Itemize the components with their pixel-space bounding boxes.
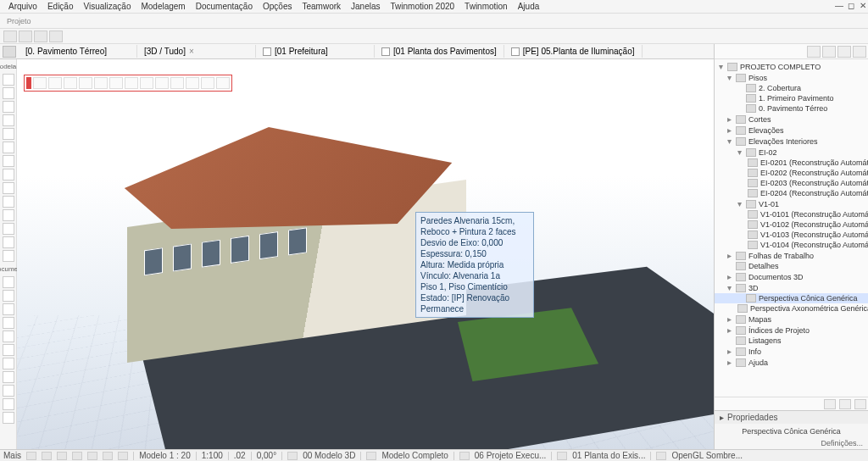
status-item[interactable]: OpenGL Sombre... <box>671 451 743 460</box>
twisty-icon[interactable]: ▸ <box>725 347 733 356</box>
status-icon[interactable] <box>459 452 470 460</box>
nav-tab-icon[interactable] <box>807 46 821 58</box>
tool-icon[interactable] <box>3 87 14 99</box>
status-icon[interactable] <box>557 452 567 460</box>
status-icon[interactable] <box>287 452 298 460</box>
tool-icon[interactable] <box>3 250 14 262</box>
menu-item[interactable]: Teamwork <box>297 2 346 11</box>
twisty-icon[interactable]: ▸ <box>725 314 733 324</box>
tool-icon[interactable] <box>3 398 14 410</box>
tree-item[interactable]: Perspectiva Cônica Genérica <box>715 293 868 303</box>
tool-icon[interactable] <box>79 77 92 89</box>
footer-icon[interactable] <box>839 399 851 409</box>
project-tree[interactable]: ▾PROJETO COMPLETO▾Pisos2. Cobertura1. Pr… <box>715 59 868 397</box>
status-item[interactable]: 00 Modelo 3D <box>303 451 355 460</box>
tool-icon[interactable] <box>3 74 14 86</box>
tool-icon[interactable] <box>33 77 47 89</box>
status-item[interactable]: Modelo Completo <box>381 451 448 460</box>
tree-item[interactable]: ▸Índices de Projeto <box>715 325 868 336</box>
tool-icon[interactable] <box>3 101 14 113</box>
twisty-icon[interactable]: ▸ <box>725 358 733 367</box>
status-left[interactable]: Mais <box>3 451 21 460</box>
tool-icon[interactable] <box>3 330 14 342</box>
tree-item[interactable]: EI-0203 (Reconstrução Automática do Mode… <box>715 178 868 188</box>
3d-viewport[interactable]: Paredes Alvenaria 15cm, Reboco + Pintura… <box>17 59 714 449</box>
status-angle[interactable]: 0,00° <box>257 451 276 460</box>
tool-icon[interactable] <box>3 155 14 167</box>
tool-icon[interactable] <box>3 385 14 397</box>
tab[interactable]: [PE] 05.Planta de Iluminação] <box>504 45 643 58</box>
tree-item[interactable]: ▾EI-02 <box>715 147 868 158</box>
tool-icon[interactable] <box>64 77 77 89</box>
status-item[interactable]: 01 Planta do Exis... <box>572 451 645 460</box>
tool-icon[interactable] <box>140 77 153 89</box>
undo-icon[interactable] <box>19 31 32 42</box>
tool-icon[interactable] <box>3 114 14 126</box>
status-zoom[interactable]: .02 <box>234 451 246 460</box>
tool-icon[interactable] <box>3 412 14 424</box>
status-icon[interactable] <box>57 452 67 460</box>
floating-toolbar[interactable] <box>24 75 232 92</box>
tree-item[interactable]: EI-0201 (Reconstrução Automática do Mode… <box>715 158 868 168</box>
tool-icon[interactable] <box>3 223 14 235</box>
tree-item[interactable]: V1-0104 (Reconstrução Automática do Mode… <box>715 240 868 250</box>
status-icon[interactable] <box>118 452 128 460</box>
tool-icon[interactable] <box>48 77 62 89</box>
drag-handle-icon[interactable] <box>26 77 31 89</box>
twisty-icon[interactable]: ▸ <box>725 325 733 335</box>
arrow-icon[interactable] <box>49 31 63 42</box>
tree-item[interactable]: 0. Pavimento Térreo <box>715 103 868 114</box>
tool-icon[interactable] <box>109 77 123 89</box>
tool-icon[interactable] <box>186 77 199 89</box>
tree-item[interactable]: 1. Primeiro Pavimento <box>715 93 868 103</box>
tree-item[interactable]: Perspectiva Axonométrica Genérica <box>715 303 868 314</box>
chevron-right-icon[interactable]: ▸ <box>720 413 724 422</box>
menu-item[interactable]: Ajuda <box>513 2 545 11</box>
twisty-icon[interactable]: ▾ <box>735 147 743 157</box>
tree-item[interactable]: V1-0101 (Reconstrução Automática do Mode… <box>715 209 868 219</box>
menu-item[interactable]: Twinmotion 2020 <box>386 2 460 11</box>
redo-icon[interactable] <box>34 31 47 42</box>
footer-icon[interactable] <box>824 399 836 409</box>
nav-tab-icon[interactable] <box>853 46 866 58</box>
tree-item[interactable]: ▾3D <box>715 282 868 293</box>
tool-icon[interactable] <box>3 142 14 153</box>
tree-item[interactable]: ▾Elevações Interiores <box>715 136 868 147</box>
checkbox-icon[interactable] <box>511 47 520 56</box>
nav-tab-icon[interactable] <box>837 46 851 58</box>
tree-item[interactable]: ▸Ajuda <box>715 357 868 368</box>
tool-icon[interactable] <box>125 77 138 89</box>
tool-icon[interactable] <box>3 303 14 315</box>
tool-icon[interactable] <box>201 77 214 89</box>
tool-icon[interactable] <box>94 77 108 89</box>
tab[interactable]: [0. Pavimento Térreo] <box>19 45 137 58</box>
window-controls[interactable]: — ◻ ✕ <box>835 1 866 10</box>
status-icon[interactable] <box>26 452 36 460</box>
tool-icon[interactable] <box>3 317 14 329</box>
menu-item[interactable]: Janelas <box>346 2 385 11</box>
menu-item[interactable]: Opções <box>258 2 297 11</box>
tree-item[interactable]: ▸Mapas <box>715 314 868 325</box>
tool-icon[interactable] <box>216 77 230 89</box>
tool-icon[interactable] <box>3 276 14 288</box>
tab[interactable]: [3D / Tudo]× <box>137 45 256 58</box>
tree-item[interactable]: EI-0202 (Reconstrução Automática do Mode… <box>715 168 868 178</box>
status-icon[interactable] <box>72 452 82 460</box>
twisty-icon[interactable]: ▸ <box>725 251 733 260</box>
twisty-icon[interactable]: ▾ <box>716 62 725 71</box>
twisty-icon[interactable]: ▸ <box>725 272 733 281</box>
status-icon[interactable] <box>87 452 97 460</box>
tab[interactable]: [01 Prefeitura] <box>256 45 375 58</box>
menu-item[interactable]: Visualização <box>78 2 136 11</box>
close-icon[interactable]: × <box>189 47 194 56</box>
tree-item[interactable]: Listagens <box>715 336 868 346</box>
tool-icon[interactable] <box>3 371 14 383</box>
tree-item[interactable]: ▸Cortes <box>715 114 868 125</box>
tree-item[interactable]: ▸Folhas de Trabalho <box>715 250 868 261</box>
status-icon[interactable] <box>656 452 666 460</box>
tool-icon[interactable] <box>155 77 169 89</box>
home-tab-icon[interactable] <box>3 46 16 58</box>
status-icon[interactable] <box>103 452 113 460</box>
tree-item[interactable]: ▾V1-01 <box>715 198 868 209</box>
tool-icon[interactable] <box>3 128 14 140</box>
